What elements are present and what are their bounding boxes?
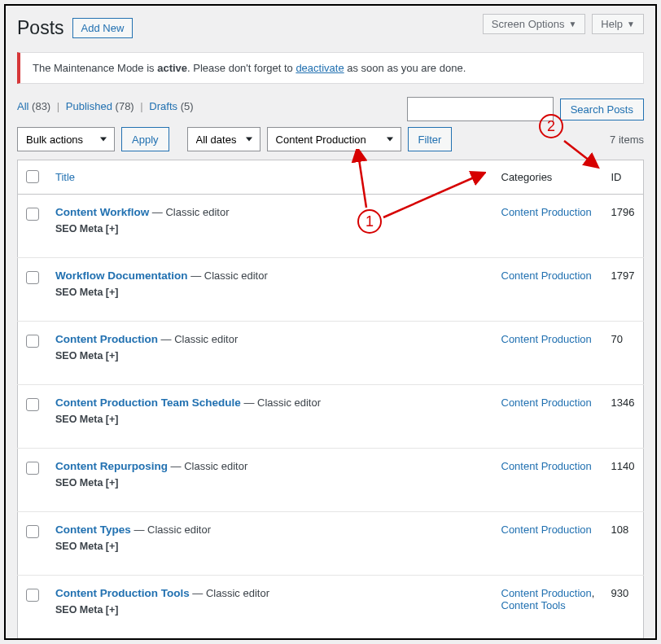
column-id: ID	[603, 160, 644, 195]
row-checkbox[interactable]	[26, 398, 39, 411]
search-posts-button[interactable]: Search Posts	[560, 99, 644, 120]
column-title[interactable]: Title	[47, 160, 493, 195]
seo-meta-toggle[interactable]: SEO Meta [+]	[55, 604, 485, 616]
date-filter-select[interactable]: All dates	[187, 127, 260, 151]
post-state: — Classic editor	[168, 460, 247, 472]
row-checkbox[interactable]	[26, 462, 39, 475]
callout-2: 2	[539, 114, 563, 138]
add-new-button[interactable]: Add New	[72, 18, 134, 38]
items-count: 7 items	[610, 134, 644, 146]
post-title-link[interactable]: Content Repurposing	[55, 460, 168, 472]
deactivate-link[interactable]: deactivate	[295, 62, 344, 74]
categories-cell: Content Production	[493, 385, 603, 449]
post-title-link[interactable]: Content Types	[55, 524, 131, 536]
category-link[interactable]: Content Production	[501, 587, 592, 599]
id-cell: 1797	[603, 258, 644, 322]
category-filter-select[interactable]: Content Production	[267, 127, 401, 151]
post-state: — Classic editor	[241, 396, 321, 409]
post-state: — Classic editor	[190, 587, 269, 599]
category-link[interactable]: Content Production	[501, 269, 592, 282]
categories-cell: Content Production	[493, 258, 603, 322]
id-cell: 1796	[603, 195, 644, 258]
seo-meta-toggle[interactable]: SEO Meta [+]	[55, 350, 485, 361]
chevron-down-icon: ▼	[627, 20, 635, 28]
seo-meta-toggle[interactable]: SEO Meta [+]	[55, 541, 485, 552]
filter-drafts[interactable]: Drafts (5)	[149, 100, 193, 112]
bulk-actions-select[interactable]: Bulk actions	[17, 127, 115, 151]
select-all-checkbox[interactable]	[26, 170, 39, 183]
post-state: — Classic editor	[131, 524, 211, 536]
seo-meta-toggle[interactable]: SEO Meta [+]	[55, 223, 485, 234]
category-link[interactable]: Content Tools	[501, 599, 566, 611]
table-row: Workflow Documentation — Classic editor …	[18, 258, 644, 322]
post-title-link[interactable]: Workflow Documentation	[55, 269, 188, 282]
help-button[interactable]: Help▼	[592, 14, 644, 34]
post-state: — Classic editor	[149, 206, 229, 218]
row-checkbox[interactable]	[26, 208, 39, 221]
post-title-link[interactable]: Content Production Tools	[55, 587, 190, 599]
posts-table: Title Categories ID Content Workflow — C…	[17, 160, 644, 639]
id-cell: 108	[603, 512, 644, 576]
seo-meta-toggle[interactable]: SEO Meta [+]	[55, 477, 485, 488]
row-checkbox[interactable]	[26, 271, 39, 284]
id-cell: 1346	[603, 385, 644, 449]
post-title-link[interactable]: Content Production Team Schedule	[55, 396, 241, 409]
column-categories: Categories	[493, 160, 603, 195]
id-cell: 1140	[603, 449, 644, 512]
filter-all[interactable]: All (83)	[17, 100, 50, 112]
apply-button[interactable]: Apply	[121, 127, 169, 151]
row-checkbox[interactable]	[26, 525, 39, 538]
post-state: — Classic editor	[188, 269, 268, 282]
seo-meta-toggle[interactable]: SEO Meta [+]	[55, 414, 485, 425]
help-label: Help	[601, 18, 623, 30]
category-link[interactable]: Content Production	[501, 460, 592, 472]
post-state: — Classic editor	[158, 333, 238, 345]
maintenance-notice: The Maintenance Mode is active. Please d…	[17, 52, 644, 84]
row-checkbox[interactable]	[26, 335, 39, 348]
seo-meta-toggle[interactable]: SEO Meta [+]	[55, 287, 485, 298]
category-link[interactable]: Content Production	[501, 524, 592, 536]
id-cell: 70	[603, 322, 644, 385]
categories-cell: Content Production	[493, 322, 603, 385]
categories-cell: Content Production	[493, 449, 603, 512]
screen-options-button[interactable]: Screen Options▼	[483, 14, 586, 34]
search-input[interactable]	[407, 97, 554, 121]
filter-button[interactable]: Filter	[408, 127, 453, 151]
category-link[interactable]: Content Production	[501, 396, 592, 409]
page-title: Posts	[17, 17, 64, 39]
table-row: Content Workflow — Classic editor SEO Me…	[18, 195, 644, 258]
categories-cell: Content Production, Content Tools	[493, 576, 603, 639]
chevron-down-icon: ▼	[568, 20, 576, 28]
filter-published[interactable]: Published (78)	[66, 100, 134, 112]
row-checkbox[interactable]	[26, 589, 39, 602]
table-row: Content Production — Classic editor SEO …	[18, 322, 644, 385]
post-title-link[interactable]: Content Production	[55, 333, 158, 345]
table-row: Content Repurposing — Classic editor SEO…	[18, 449, 644, 512]
category-link[interactable]: Content Production	[501, 206, 592, 218]
post-title-link[interactable]: Content Workflow	[55, 206, 149, 218]
id-cell: 930	[603, 576, 644, 639]
callout-1: 1	[357, 209, 382, 234]
categories-cell: Content Production	[493, 512, 603, 576]
category-link[interactable]: Content Production	[501, 333, 592, 345]
table-row: Content Production Tools — Classic edito…	[18, 576, 644, 639]
table-row: Content Types — Classic editor SEO Meta …	[18, 512, 644, 576]
screen-options-label: Screen Options	[492, 18, 565, 30]
table-row: Content Production Team Schedule — Class…	[18, 385, 644, 449]
categories-cell: Content Production	[493, 195, 603, 258]
